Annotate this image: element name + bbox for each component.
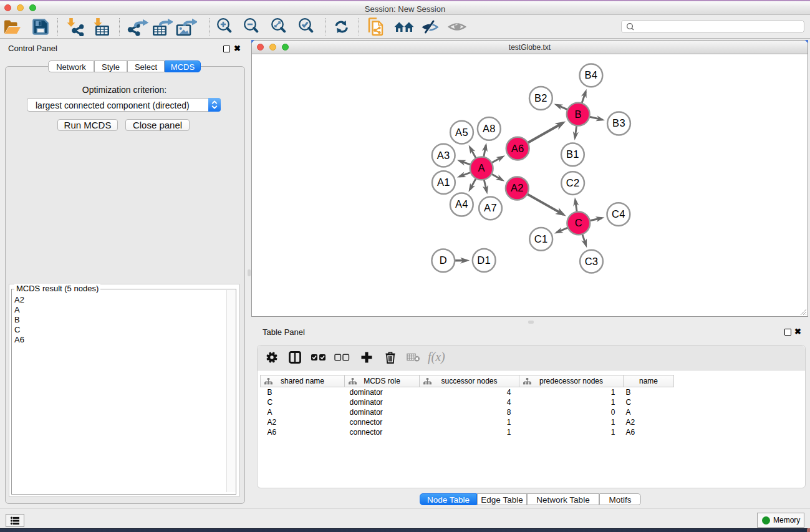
svg-text:A2: A2 [511, 182, 524, 193]
svg-text:B: B [575, 109, 582, 120]
svg-text:B4: B4 [585, 69, 598, 80]
svg-text:C2: C2 [566, 177, 580, 188]
svg-text:B2: B2 [534, 92, 547, 104]
svg-text:C3: C3 [585, 256, 599, 267]
svg-text:A8: A8 [483, 123, 496, 134]
svg-text:B3: B3 [612, 117, 625, 128]
svg-text:A3: A3 [437, 150, 450, 161]
svg-text:A7: A7 [484, 202, 497, 213]
svg-text:A4: A4 [455, 198, 468, 210]
svg-text:A1: A1 [437, 177, 450, 188]
svg-text:C1: C1 [534, 233, 548, 244]
svg-text:A5: A5 [455, 127, 468, 138]
svg-text:C: C [575, 217, 582, 228]
svg-text:B1: B1 [566, 148, 579, 160]
svg-text:C4: C4 [612, 208, 625, 220]
svg-text:A: A [478, 162, 485, 173]
svg-text:D: D [440, 254, 447, 266]
svg-text:D1: D1 [477, 254, 491, 266]
svg-text:A6: A6 [511, 143, 524, 154]
